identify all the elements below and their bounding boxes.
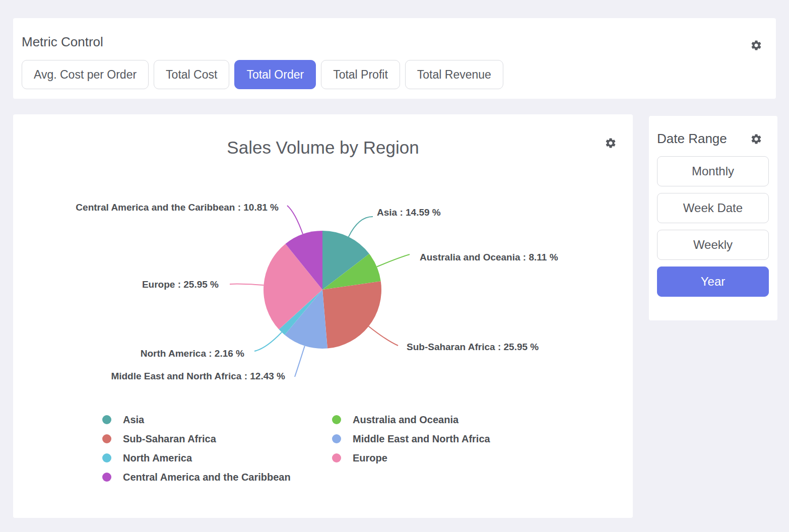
date-range-button-week-date[interactable]: Week Date [657, 193, 769, 223]
metric-control-panel: Metric Control Avg. Cost per OrderTotal … [13, 18, 776, 99]
pie-slice-label-north-america: North America : 2.16 % [141, 348, 244, 359]
pie-slice-label-middle-east-and-north-africa: Middle East and North Africa : 12.43 % [111, 371, 285, 382]
legend-label-sub-saharan-africa: Sub-Saharan Africa [123, 433, 216, 445]
legend-dot-asia [102, 415, 111, 424]
metric-buttons: Avg. Cost per OrderTotal CostTotal Order… [22, 60, 503, 89]
legend-item-central-america-and-the-caribbean[interactable]: Central America and the Caribbean [102, 471, 291, 483]
legend-dot-australia-and-oceania [332, 415, 341, 424]
legend-label-central-america-and-the-caribbean: Central America and the Caribbean [123, 472, 291, 483]
date-range-buttons: MonthlyWeek DateWeeklyYear [657, 156, 769, 297]
legend-item-sub-saharan-africa[interactable]: Sub-Saharan Africa [102, 433, 216, 445]
legend-dot-sub-saharan-africa [102, 434, 111, 443]
legend-dot-central-america-and-the-caribbean [102, 473, 111, 482]
pie-slice-label-sub-saharan-africa: Sub-Saharan Africa : 25.95 % [407, 342, 539, 353]
date-range-button-monthly[interactable]: Monthly [657, 156, 769, 186]
date-range-title: Date Range [657, 131, 727, 147]
pie-slice-sub-saharan-africa[interactable] [322, 281, 381, 348]
date-range-button-weekly[interactable]: Weekly [657, 230, 769, 260]
legend-dot-europe [332, 453, 341, 462]
legend-item-middle-east-and-north-africa[interactable]: Middle East and North Africa [332, 433, 490, 445]
legend-item-europe[interactable]: Europe [332, 452, 387, 464]
pie-slice-label-asia: Asia : 14.59 % [377, 207, 441, 218]
pie-label-line-central-america-and-the-caribbean [287, 206, 303, 234]
pie-label-line-sub-saharan-africa [369, 326, 398, 346]
metric-control-title: Metric Control [22, 34, 103, 50]
metric-settings-gear-icon[interactable] [750, 39, 762, 51]
date-range-settings-gear-icon[interactable] [750, 133, 762, 145]
pie-label-line-asia [349, 217, 373, 237]
legend-label-australia-and-oceania: Australia and Oceania [353, 414, 458, 426]
legend-item-asia[interactable]: Asia [102, 414, 144, 426]
pie-slice-label-europe: Europe : 25.95 % [142, 279, 219, 290]
legend-item-north-america[interactable]: North America [102, 452, 192, 464]
date-range-button-year[interactable]: Year [657, 267, 769, 297]
legend-label-europe: Europe [353, 452, 387, 464]
pie-label-line-north-america [254, 332, 282, 351]
pie-slice-label-australia-and-oceania: Australia and Oceania : 8.11 % [420, 252, 558, 263]
legend-dot-middle-east-and-north-africa [332, 434, 341, 443]
legend-item-australia-and-oceania[interactable]: Australia and Oceania [332, 414, 458, 426]
pie-slice-label-central-america-and-the-caribbean: Central America and the Caribbean : 10.8… [76, 202, 279, 213]
pie-label-line-middle-east-and-north-africa [295, 346, 305, 377]
pie-label-line-australia-and-oceania [377, 254, 410, 267]
pie-chart: Asia : 14.59 %Australia and Oceania : 8.… [13, 114, 633, 518]
legend-dot-north-america [102, 453, 111, 462]
dashboard-page: Metric Control Avg. Cost per OrderTotal … [0, 0, 789, 532]
metric-button-total-profit[interactable]: Total Profit [321, 60, 400, 89]
metric-button-total-order[interactable]: Total Order [234, 60, 316, 89]
metric-button-total-cost[interactable]: Total Cost [154, 60, 229, 89]
legend-label-north-america: North America [123, 452, 192, 464]
legend-label-asia: Asia [123, 414, 144, 426]
date-range-panel: Date Range MonthlyWeek DateWeeklyYear [649, 116, 777, 320]
sales-volume-panel: Sales Volume by Region Asia : 14.59 %Aus… [13, 114, 633, 518]
legend-label-middle-east-and-north-africa: Middle East and North Africa [353, 433, 490, 445]
metric-button-total-revenue[interactable]: Total Revenue [405, 60, 503, 89]
pie-label-line-europe [230, 284, 264, 285]
metric-button-avg-cost-per-order[interactable]: Avg. Cost per Order [22, 60, 149, 89]
